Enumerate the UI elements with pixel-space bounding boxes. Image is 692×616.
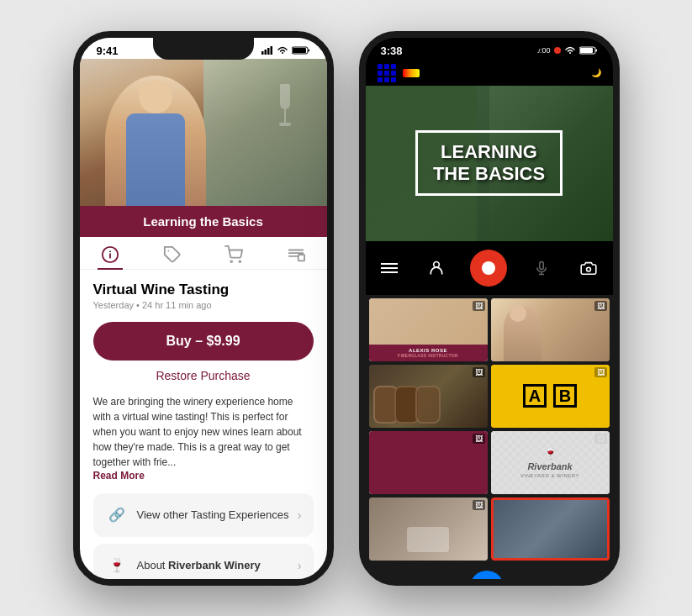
bottom-actions: + Select — [366, 564, 613, 586]
mic-icon — [534, 260, 549, 276]
camera-icon — [580, 261, 597, 275]
wifi-icon-left — [277, 46, 288, 55]
grid-icon — [378, 64, 396, 82]
thumb-name-card[interactable]: 🖼 ALEXIS ROSE FIBERGLASS INSTRUCTOR — [369, 298, 488, 361]
top-controls: 🌙 — [366, 61, 613, 86]
record-inner — [482, 261, 495, 275]
menu-ctrl[interactable] — [376, 255, 403, 282]
svg-rect-6 — [293, 48, 306, 53]
buy-button[interactable]: Buy – $9.99 — [93, 322, 314, 361]
status-icons-left — [261, 46, 310, 55]
top-right-area: 🌙 — [591, 68, 601, 77]
svg-rect-3 — [270, 46, 272, 55]
camera-ctrl[interactable] — [575, 255, 602, 282]
menu-icon — [381, 262, 398, 274]
thumb-icon-5: 🖼 — [473, 434, 485, 444]
svg-point-12 — [240, 261, 241, 262]
svg-rect-2 — [267, 48, 270, 55]
thumb-icon-2: 🖼 — [594, 301, 607, 311]
riverbank-sub: VINEYARD & WINERY — [520, 473, 579, 478]
thumb-barrels[interactable]: 🖼 — [369, 365, 488, 428]
tasting-label: View other Tasting Experiences — [137, 508, 289, 521]
add-button[interactable]: + — [470, 571, 504, 586]
svg-rect-0 — [261, 51, 264, 55]
left-phone: 9:41 — [73, 31, 334, 586]
svg-rect-5 — [308, 50, 309, 52]
svg-rect-18 — [595, 50, 597, 52]
tab-cart[interactable] — [225, 245, 243, 264]
status-icons-right: 0:00 — [536, 46, 598, 55]
battery-icon-right — [579, 46, 598, 55]
letter-b: B — [553, 384, 577, 408]
tab-info[interactable] — [101, 245, 119, 264]
tab-tag[interactable] — [163, 245, 182, 264]
wifi-icon-right — [564, 46, 576, 55]
tab-bar-left[interactable] — [80, 237, 327, 270]
battery-icon-left — [292, 46, 310, 55]
riverbank-text: Riverbank — [527, 461, 572, 471]
time-left: 9:41 — [97, 45, 119, 57]
svg-rect-19 — [580, 48, 593, 53]
wine-icon: 🍷 — [105, 554, 129, 577]
hero-title-bar: Learning the Basics — [80, 206, 327, 237]
svg-point-27 — [587, 267, 591, 271]
svg-rect-16 — [298, 255, 304, 261]
restore-link[interactable]: Restore Purchase — [93, 369, 314, 382]
right-phone: 3:38 0:00 🌙 — [359, 31, 620, 586]
list-item-winery[interactable]: 🍷 About Riverbank Winery › — [93, 544, 314, 586]
video-controls — [366, 241, 613, 295]
person-ctrl[interactable] — [423, 255, 450, 282]
notch — [153, 38, 254, 60]
clock-icon: 🌙 — [591, 68, 601, 77]
top-left-icons — [378, 64, 420, 82]
thumb-riverbank[interactable]: 🖼 🍷 Riverbank VINEYARD & WINERY — [491, 431, 610, 494]
letter-a: A — [523, 384, 547, 408]
video-title-line2: THE BASICS — [433, 163, 545, 185]
thumb-letters[interactable]: 🖼 A B — [491, 365, 610, 428]
mic-ctrl[interactable] — [528, 255, 555, 282]
chevron-tasting: › — [298, 508, 302, 522]
color-swatch — [403, 69, 420, 77]
read-more-link[interactable]: Read More — [93, 470, 314, 482]
thumb-icon-3: 🖼 — [473, 367, 485, 377]
video-title-line1: LEARNING — [433, 141, 545, 163]
thumb-icon-1: 🖼 — [473, 301, 485, 311]
svg-rect-24 — [540, 261, 544, 269]
list-item-tasting[interactable]: 🔗 View other Tasting Experiences › — [93, 493, 314, 537]
time-right: 3:38 — [381, 45, 403, 57]
list-items: 🔗 View other Tasting Experiences › 🍷 Abo… — [93, 493, 314, 586]
content-area: Virtual Wine Tasting Yesterday • 24 hr 1… — [80, 270, 327, 586]
select-button[interactable]: Select — [570, 581, 600, 586]
thumbnail-grid: 🖼 ALEXIS ROSE FIBERGLASS INSTRUCTOR 🖼 🖼 … — [366, 295, 613, 564]
person-icon — [428, 260, 445, 276]
hero-image — [80, 59, 327, 206]
description-text: We are bringing the winery experience ho… — [93, 394, 314, 470]
signal-icon — [261, 46, 273, 55]
video-title-overlay: LEARNING THE BASICS — [415, 130, 563, 197]
hero-title: Learning the Basics — [143, 214, 263, 229]
thumb-learning-selected[interactable]: LEARNING — [491, 498, 610, 561]
thumb-icon-7: 🖼 — [473, 500, 485, 510]
notch-right — [439, 38, 540, 60]
video-preview: LEARNING THE BASICS — [366, 86, 613, 241]
thumb-wine-person[interactable]: 🖼 — [491, 298, 610, 361]
content-title: Virtual Wine Tasting — [93, 282, 314, 298]
svg-point-23 — [434, 261, 440, 267]
rec-dot — [554, 47, 561, 54]
winery-label: About Riverbank Winery — [137, 559, 261, 571]
thumb-dining[interactable]: 🖼 — [369, 498, 488, 561]
content-meta: Yesterday • 24 hr 11 min ago — [93, 300, 314, 310]
chevron-winery: › — [298, 559, 302, 572]
svg-point-11 — [231, 261, 233, 262]
thumb-dark-maroon[interactable]: 🖼 — [369, 431, 488, 494]
record-button[interactable] — [470, 250, 507, 287]
svg-point-9 — [109, 250, 111, 252]
svg-rect-1 — [264, 50, 267, 55]
link-icon: 🔗 — [105, 503, 129, 527]
tab-list[interactable] — [287, 245, 305, 264]
